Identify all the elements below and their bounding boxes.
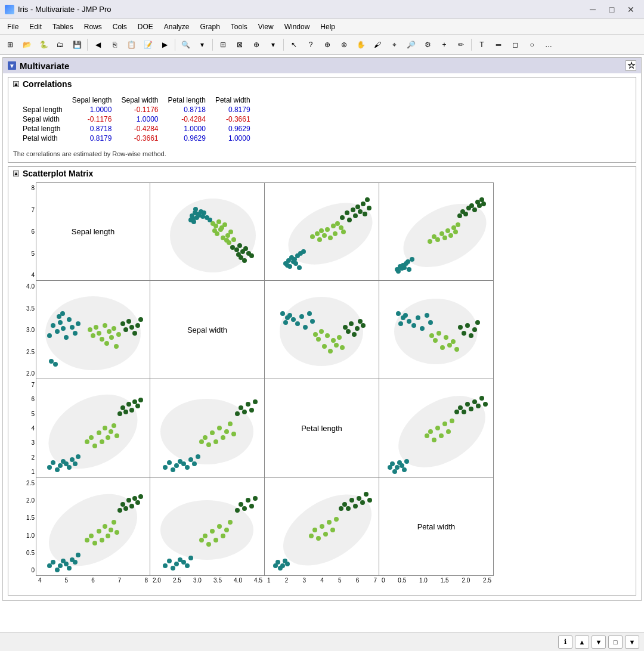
svg-point-66 (347, 218, 352, 222)
menu-window[interactable]: Window (280, 21, 315, 32)
cell-pl-sw: -0.4284 (116, 124, 163, 134)
cell-sl-sl: 1.0000 (67, 105, 117, 114)
svg-point-85 (410, 257, 414, 262)
svg-point-128 (107, 329, 112, 334)
help-icon[interactable]: ? (303, 37, 318, 52)
multivariate-toggle[interactable]: ▼ (8, 61, 16, 70)
menu-rows[interactable]: Rows (79, 21, 107, 32)
menu-analyze[interactable]: Analyze (159, 21, 194, 32)
paste-icon[interactable]: 📋 (123, 37, 139, 52)
scatter-row-2: 7 6 5 4 3 2 1 (13, 379, 631, 478)
y-tick: 4 (13, 425, 35, 432)
back-icon[interactable]: ◀ (90, 37, 106, 52)
svg-point-347 (353, 504, 358, 509)
grid-icon[interactable]: ⊞ (2, 37, 18, 52)
globe-icon[interactable]: ⊚ (336, 37, 352, 52)
shape2-icon[interactable]: ○ (524, 37, 540, 52)
menu-cols[interactable]: Cols (108, 21, 132, 32)
svg-point-173 (407, 319, 411, 324)
python-icon[interactable]: 🐍 (36, 37, 51, 52)
svg-point-251 (390, 461, 395, 466)
menu-graph[interactable]: Graph (195, 21, 224, 32)
correlations-toggle[interactable]: ▲ (13, 81, 19, 87)
svg-point-230 (188, 457, 193, 462)
x-tick: 5 (65, 577, 69, 584)
svg-point-233 (199, 439, 204, 444)
plus-icon[interactable]: + (436, 37, 452, 52)
table-row: Sepal width -0.1176 1.0000 -0.4284 -0.36… (18, 114, 255, 124)
pointer-icon[interactable]: ↖ (286, 37, 302, 52)
run-icon[interactable]: ▶ (157, 37, 172, 52)
menu-tools[interactable]: Tools (226, 21, 252, 32)
scatter-row-0: 8 7 6 5 4 Sepal length (13, 182, 631, 281)
info-button[interactable]: ℹ (558, 636, 572, 649)
minimize-button[interactable]: ─ (584, 3, 601, 16)
col-icon[interactable]: ⊠ (232, 37, 247, 52)
text-icon[interactable]: T (474, 37, 490, 52)
search-icon[interactable]: 🔍 (178, 37, 193, 52)
svg-point-258 (425, 433, 429, 438)
svg-point-44 (287, 264, 292, 269)
zoom-in-icon[interactable]: 🔎 (403, 37, 419, 52)
maximize-button[interactable]: □ (603, 3, 620, 16)
y-tick: 3.5 (13, 305, 35, 312)
menu-doe[interactable]: DOE (133, 21, 158, 32)
svg-point-91 (445, 228, 450, 233)
menu-edit[interactable]: Edit (24, 21, 47, 32)
table-icon[interactable]: ⊟ (215, 37, 231, 52)
scatterplot-toggle[interactable]: ▲ (13, 170, 19, 176)
menu-file[interactable]: File (2, 21, 23, 32)
settings-icon[interactable]: ⚙ (420, 37, 435, 52)
svg-point-319 (221, 534, 225, 538)
search-drop[interactable]: ▾ (194, 37, 210, 52)
menu-help[interactable]: Help (315, 21, 340, 32)
table-row: Petal length 0.8718 -0.4284 1.0000 0.962… (18, 124, 255, 134)
cell-pl-pw: 0.9629 (210, 124, 255, 134)
add-icon[interactable]: ⊕ (249, 37, 264, 52)
report-options-icon[interactable]: ☆ (626, 60, 636, 71)
svg-point-156 (328, 349, 333, 354)
close-button[interactable]: ✕ (623, 3, 639, 16)
svg-point-300 (129, 504, 134, 509)
svg-point-204 (85, 439, 89, 444)
open-icon[interactable]: 📂 (19, 37, 35, 52)
folder-icon[interactable]: 🗂 (52, 37, 68, 52)
svg-point-111 (61, 326, 66, 331)
svg-point-160 (340, 345, 345, 350)
hand-icon[interactable]: ✋ (353, 37, 369, 52)
svg-point-9 (193, 207, 198, 212)
svg-point-276 (47, 563, 52, 568)
svg-point-183 (444, 335, 448, 340)
menu-view[interactable]: View (253, 21, 278, 32)
svg-point-346 (349, 498, 354, 503)
add-drop[interactable]: ▾ (265, 37, 281, 52)
more-options-button[interactable]: ▼ (625, 636, 639, 649)
cell-2-3 (379, 379, 494, 478)
scroll-up-button[interactable]: ▲ (575, 636, 589, 649)
table-row: Sepal length 1.0000 -0.1176 0.8718 0.817… (18, 105, 255, 114)
lasso-icon[interactable]: ⌖ (386, 37, 402, 52)
svg-point-129 (109, 335, 114, 340)
y-tick: 8 (13, 185, 35, 191)
fit-button[interactable]: □ (608, 636, 623, 649)
svg-point-71 (361, 202, 366, 206)
crosshair-icon[interactable]: ⊕ (320, 37, 335, 52)
line-icon[interactable]: ═ (491, 37, 506, 52)
more-icon[interactable]: … (541, 37, 556, 52)
save-icon[interactable]: 💾 (69, 37, 85, 52)
diagonal-label-3: Petal width (417, 522, 456, 531)
copy-icon[interactable]: ⎘ (107, 37, 122, 52)
pencil-icon[interactable]: ✏ (453, 37, 469, 52)
y-tick: 2.0 (13, 497, 35, 504)
svg-point-132 (116, 332, 121, 337)
menu-tables[interactable]: Tables (48, 21, 78, 32)
brush-icon[interactable]: 🖌 (370, 37, 385, 52)
script-icon[interactable]: 📝 (140, 37, 156, 52)
svg-point-150 (310, 319, 315, 324)
scroll-down-button[interactable]: ▼ (592, 636, 606, 649)
svg-point-86 (428, 239, 432, 244)
svg-point-107 (47, 333, 52, 338)
shape1-icon[interactable]: ◻ (507, 37, 523, 52)
svg-point-288 (92, 541, 97, 545)
svg-point-294 (112, 520, 116, 525)
